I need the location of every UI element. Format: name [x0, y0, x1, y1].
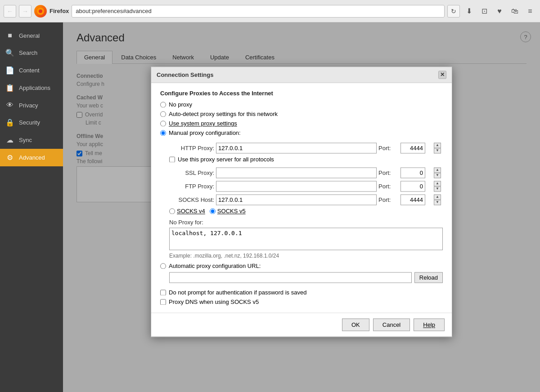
sidebar-item-general[interactable]: ■ General — [0, 27, 63, 44]
sidebar-label-privacy: Privacy — [19, 102, 38, 109]
socks-v5-label: SOCKS v5 — [217, 208, 246, 214]
content-icon: 📄 — [5, 66, 14, 75]
ftp-port-up[interactable]: ▲ — [434, 181, 441, 186]
search-icon: 🔍 — [5, 49, 14, 57]
firefox-icon — [34, 5, 47, 18]
sidebar-item-search[interactable]: 🔍 Search — [0, 44, 63, 62]
sidebar-label-sync: Sync — [19, 137, 32, 143]
dialog-checkboxes: Do not prompt for authentication if pass… — [160, 289, 443, 305]
radio-manual-proxy[interactable]: Manual proxy configuration: — [160, 129, 443, 136]
dialog-section-title: Configure Proxies to Access the Internet — [160, 90, 443, 97]
security-icon: 🔒 — [5, 118, 14, 127]
dialog-title-bar: Connection Settings ✕ — [151, 67, 452, 83]
browser-chrome: ← → Firefox about:preferences#advanced ↻… — [0, 0, 540, 22]
socks-port-spinner: ▲ ▼ — [434, 194, 443, 205]
ftp-port-down[interactable]: ▼ — [434, 186, 441, 192]
socks-v4-label: SOCKS v4 — [177, 208, 205, 214]
sidebar-item-security[interactable]: 🔒 Security — [0, 114, 63, 131]
window-icon[interactable]: ⊡ — [478, 5, 490, 18]
ssl-port-up[interactable]: ▲ — [434, 167, 441, 173]
proxy-options-group: No proxy Auto-detect proxy settings for … — [160, 101, 443, 136]
socks-port-input[interactable] — [400, 194, 425, 205]
no-proxy-example: Example: .mozilla.org, .net.nz, 192.168.… — [169, 253, 443, 259]
svg-point-1 — [39, 9, 42, 13]
auto-proxy-row: Automatic proxy configuration URL: — [160, 263, 443, 269]
dialog-body: Configure Proxies to Access the Internet… — [151, 83, 452, 312]
sidebar-item-advanced[interactable]: ⚙ Advanced — [0, 149, 63, 166]
http-port-up[interactable]: ▲ — [434, 143, 441, 148]
toolbar-icons: ⬇ ⊡ ♥ 🛍 ≡ — [463, 5, 536, 18]
no-auth-prompt-checkbox-row[interactable]: Do not prompt for authentication if pass… — [160, 289, 443, 296]
sidebar-label-security: Security — [19, 119, 40, 126]
http-proxy-label: HTTP Proxy: — [169, 145, 214, 151]
socks-v4-option[interactable]: SOCKS v4 — [169, 208, 205, 214]
bookmark-icon[interactable]: ♥ — [493, 5, 506, 18]
ftp-proxy-row: FTP Proxy: Port: ▲ ▼ — [160, 181, 443, 192]
radio-auto-detect[interactable]: Auto-detect proxy settings for this netw… — [160, 111, 443, 117]
socks-host-input[interactable] — [216, 194, 377, 205]
cancel-button[interactable]: Cancel — [373, 318, 410, 331]
ssl-port-label: Port: — [378, 169, 399, 176]
http-port-input[interactable] — [400, 143, 425, 153]
radio-manual-proxy-label: Manual proxy configuration: — [169, 129, 241, 136]
applications-icon: 📋 — [5, 84, 14, 92]
menu-icon[interactable]: ≡ — [524, 5, 536, 18]
radio-auto-proxy-url[interactable]: Automatic proxy configuration URL: — [160, 263, 261, 269]
ftp-port-input[interactable] — [400, 181, 425, 192]
auto-proxy-input-row: Reload — [160, 272, 443, 283]
dialog-close-button[interactable]: ✕ — [438, 71, 446, 79]
radio-no-proxy[interactable]: No proxy — [160, 101, 443, 108]
http-port-down[interactable]: ▼ — [434, 148, 441, 153]
proxy-dns-checkbox-row[interactable]: Proxy DNS when using SOCKS v5 — [160, 298, 443, 305]
ssl-port-input[interactable] — [400, 167, 425, 178]
address-bar[interactable]: about:preferences#advanced — [72, 5, 445, 18]
socks-host-row: SOCKS Host: Port: ▲ ▼ — [160, 194, 443, 205]
bag-icon[interactable]: 🛍 — [508, 5, 521, 18]
download-icon[interactable]: ⬇ — [463, 5, 475, 18]
no-proxy-textarea[interactable]: localhost, 127.0.0.1 — [169, 227, 443, 250]
help-button[interactable]: Help — [414, 318, 445, 331]
socks-port-label: Port: — [378, 196, 399, 203]
sidebar-item-sync[interactable]: ☁ Sync — [0, 131, 63, 149]
radio-system-proxy[interactable]: Use system proxy settings — [160, 120, 443, 127]
radio-no-proxy-label: No proxy — [169, 101, 192, 108]
ftp-proxy-label: FTP Proxy: — [169, 183, 214, 190]
forward-button[interactable]: → — [19, 5, 32, 18]
content-area: Advanced ? General Data Choices Network … — [63, 22, 540, 392]
proxy-dns-checkbox[interactable] — [160, 299, 166, 305]
ssl-proxy-input[interactable] — [216, 167, 377, 178]
sidebar-item-privacy[interactable]: 👁 Privacy — [0, 97, 63, 114]
socks-v5-option[interactable]: SOCKS v5 — [210, 208, 246, 214]
back-button[interactable]: ← — [4, 5, 16, 18]
radio-system-proxy-label: Use system proxy settings — [169, 120, 237, 127]
no-auth-prompt-checkbox[interactable] — [160, 290, 166, 295]
reload-browser-button[interactable]: ↻ — [447, 5, 460, 18]
same-proxy-row: Use this proxy server for all protocols — [160, 156, 443, 163]
proxy-dns-label: Proxy DNS when using SOCKS v5 — [169, 298, 259, 305]
socks-port-down[interactable]: ▼ — [434, 200, 441, 205]
sidebar-item-applications[interactable]: 📋 Applications — [0, 79, 63, 97]
auto-proxy-url-label: Automatic proxy configuration URL: — [169, 263, 261, 269]
same-proxy-label: Use this proxy server for all protocols — [178, 156, 274, 163]
sidebar-item-content[interactable]: 📄 Content — [0, 62, 63, 79]
dialog-title: Connection Settings — [157, 71, 213, 78]
url-text: about:preferences#advanced — [76, 8, 151, 14]
connection-settings-dialog: Connection Settings ✕ Configure Proxies … — [151, 67, 452, 337]
http-proxy-input[interactable] — [216, 143, 377, 153]
dialog-footer: OK Cancel Help — [151, 312, 452, 336]
no-proxy-section: No Proxy for: localhost, 127.0.0.1 Examp… — [160, 219, 443, 259]
same-proxy-checkbox[interactable] — [169, 156, 175, 162]
sidebar-label-content: Content — [19, 67, 40, 74]
general-icon: ■ — [5, 31, 14, 40]
ssl-proxy-label: SSL Proxy: — [169, 169, 214, 176]
ftp-port-spinner: ▲ ▼ — [434, 181, 443, 192]
ok-button[interactable]: OK — [342, 318, 369, 331]
auto-proxy-url-input[interactable] — [169, 272, 412, 283]
ftp-proxy-input[interactable] — [216, 181, 377, 192]
sidebar-label-search: Search — [19, 49, 37, 56]
ssl-port-down[interactable]: ▼ — [434, 173, 441, 178]
sidebar-label-advanced: Advanced — [19, 154, 45, 161]
reload-button[interactable]: Reload — [414, 272, 443, 283]
socks-port-up[interactable]: ▲ — [434, 194, 441, 200]
radio-auto-detect-label: Auto-detect proxy settings for this netw… — [169, 111, 278, 117]
